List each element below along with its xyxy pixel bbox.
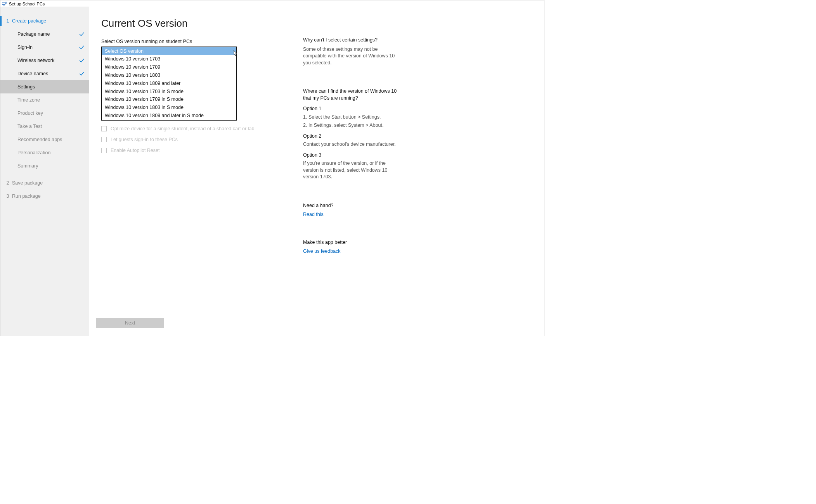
help-hand-h: Need a hand? <box>303 202 398 209</box>
step-run-package[interactable]: 3 Run package <box>0 190 89 203</box>
substep-label: Product key <box>17 110 43 116</box>
substep-label: Time zone <box>17 97 40 103</box>
substep-label: Summary <box>17 163 38 169</box>
help-opt3-h: Option 3 <box>303 152 398 159</box>
substep-label: Personalization <box>17 150 50 155</box>
os-version-dropdown[interactable]: Select OS version Windows 10 version 170… <box>101 47 237 121</box>
help-q1: Why can't I select certain settings? <box>303 37 398 44</box>
help-a1: Some of these settings may not be compat… <box>303 46 398 67</box>
checkmark-icon <box>79 71 84 76</box>
substep-wireless-network[interactable]: Wireless network <box>0 54 89 67</box>
dropdown-option[interactable]: Windows 10 version 1709 <box>102 63 236 71</box>
dropdown-option[interactable]: Windows 10 version 1803 <box>102 71 236 79</box>
help-opt2-h: Option 2 <box>303 133 398 140</box>
substep-sign-in[interactable]: Sign-in <box>0 41 89 54</box>
help-opt1-1: 1. Select the Start button > Settings. <box>303 114 398 121</box>
step-number: 3 <box>3 193 12 199</box>
checkbox-icon <box>101 148 107 153</box>
substep-product-key[interactable]: Product key <box>0 107 89 120</box>
help-panel: Why can't I select certain settings? Som… <box>303 37 398 330</box>
svg-rect-1 <box>3 5 5 5</box>
substep-summary[interactable]: Summary <box>0 159 89 173</box>
dropdown-selected[interactable]: Select OS version <box>102 47 236 55</box>
help-opt2-t: Contact your school's device manufacture… <box>303 141 398 148</box>
feedback-link[interactable]: Give us feedback <box>303 248 398 255</box>
svg-rect-0 <box>2 2 5 5</box>
step-create-package[interactable]: 1 Create package <box>0 14 89 28</box>
dropdown-option[interactable]: Windows 10 version 1703 <box>102 55 236 63</box>
substep-label: Settings <box>17 84 35 90</box>
sidebar: 1 Create package Package name Sign-in Wi… <box>0 7 89 336</box>
help-opt3-t: If you're unsure of the version, or if t… <box>303 160 398 181</box>
substep-label: Package name <box>17 31 50 37</box>
substep-label: Take a Test <box>17 124 42 129</box>
checkbox-label: Let guests sign-in to these PCs <box>111 137 178 142</box>
dropdown-option[interactable]: Windows 10 version 1809 and later <box>102 79 236 88</box>
page-title: Current OS version <box>101 17 268 29</box>
dropdown-option[interactable]: Windows 10 version 1709 in S mode <box>102 95 236 104</box>
substep-package-name[interactable]: Package name <box>0 28 89 41</box>
substep-device-names[interactable]: Device names <box>0 67 89 80</box>
app-icon <box>2 2 7 6</box>
substeps: Package name Sign-in Wireless network De… <box>0 28 89 173</box>
help-better-h: Make this app better <box>303 239 398 246</box>
dropdown-option[interactable]: Windows 10 version 1703 in S mode <box>102 88 236 96</box>
read-this-link[interactable]: Read this <box>303 211 398 218</box>
titlebar: Set up School PCs <box>0 0 544 7</box>
checkmark-icon <box>79 45 84 50</box>
checkmark-icon <box>79 31 84 37</box>
help-opt1-h: Option 1 <box>303 105 398 112</box>
substep-settings[interactable]: Settings <box>0 80 89 93</box>
checkbox-autopilot: Enable Autopilot Reset <box>101 148 268 153</box>
substep-label: Recommended apps <box>17 137 62 142</box>
step-label: Save package <box>12 180 43 186</box>
dropdown-option[interactable]: Windows 10 version 1803 in S mode <box>102 104 236 112</box>
substep-take-a-test[interactable]: Take a Test <box>0 120 89 133</box>
next-button: Next <box>96 318 164 328</box>
substep-recommended-apps[interactable]: Recommended apps <box>0 133 89 146</box>
help-opt1-2: 2. In Settings, select System > About. <box>303 122 398 129</box>
step-label: Run package <box>12 193 41 199</box>
os-version-label: Select OS version running on student PCs <box>101 39 268 44</box>
dropdown-option[interactable]: Windows 10 version 1809 and later in S m… <box>102 112 236 120</box>
checkmark-icon <box>79 58 84 63</box>
step-number: 1 <box>3 18 12 24</box>
checkbox-optimize: Optimize device for a single student, in… <box>101 126 268 131</box>
substep-label: Sign-in <box>17 45 33 50</box>
checkbox-label: Optimize device for a single student, in… <box>111 126 254 131</box>
step-label: Create package <box>12 18 46 24</box>
checkbox-icon <box>101 137 107 142</box>
window-title: Set up School PCs <box>9 2 45 6</box>
main-panel: Current OS version Select OS version run… <box>89 7 544 336</box>
checkbox-icon <box>101 126 107 131</box>
substep-label: Wireless network <box>17 58 54 63</box>
step-save-package[interactable]: 2 Save package <box>0 176 89 190</box>
substep-time-zone[interactable]: Time zone <box>0 93 89 107</box>
substep-personalization[interactable]: Personalization <box>0 146 89 159</box>
checkbox-label: Enable Autopilot Reset <box>111 148 159 153</box>
step-number: 2 <box>3 180 12 186</box>
checkbox-guests: Let guests sign-in to these PCs <box>101 137 268 142</box>
substep-label: Device names <box>17 71 48 76</box>
help-q2: Where can I find the version of Windows … <box>303 88 398 102</box>
